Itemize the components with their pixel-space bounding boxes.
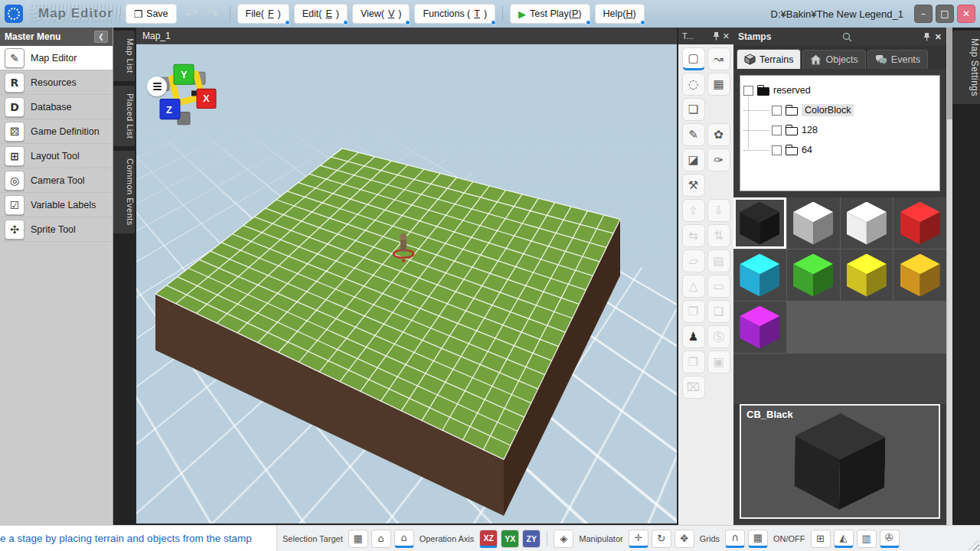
swatch-cb-purple[interactable] [733,302,786,353]
swatch-cb-gray[interactable] [787,197,840,249]
sidebar-item-resources[interactable]: RResources [0,70,113,95]
maximize-button[interactable]: □ [936,5,954,23]
grid-display-button[interactable]: ▦ [748,530,768,548]
axis-gizmo[interactable]: Y X Z [156,64,216,125]
select-lasso-tool-button[interactable]: ◌ [682,73,705,96]
sidebar-item-game-definition[interactable]: ⚄Game Definition [0,119,113,144]
trash-tool-button[interactable]: ⌧ [682,376,705,399]
sidebar-item-camera-tool[interactable]: ◎Camera Tool [0,168,113,193]
manip-move-button[interactable]: ✛ [629,530,648,548]
stack-tool-button[interactable]: ▤ [707,249,730,272]
tree-checkbox[interactable] [772,126,782,135]
sidebar-item-label: Database [31,102,72,112]
help-button[interactable]: Help(H) [595,4,645,24]
copy-tool-button[interactable]: ❒ [682,350,705,373]
tab-common-events[interactable]: Common Events [113,151,135,233]
stamp-mode-button[interactable]: ◈ [554,530,573,548]
close-button[interactable]: ✕ [957,5,975,23]
swatch-cb-red[interactable] [893,197,946,249]
eyedropper-tool-button[interactable]: ✑ [707,148,730,171]
slope-tool-button[interactable]: ▱ [682,249,705,272]
pen-tool-button[interactable]: ✎ [682,123,705,146]
toggle-layout-button[interactable]: ⊞ [811,530,831,548]
tree-checkbox[interactable] [772,106,782,116]
lower-terrain-tool-button[interactable]: ⇩ [707,199,730,222]
viewport-menu-button[interactable] [147,77,167,96]
redo-button[interactable]: ↷ [203,4,223,24]
axis-zy-button[interactable]: ZY [522,530,541,548]
swatch-cb-orange[interactable] [893,249,946,301]
tree-checkbox[interactable] [743,86,753,96]
triangle-slope-tool-button[interactable]: △ [682,275,705,298]
menu-view[interactable]: View(V) [352,4,410,24]
save-button[interactable]: ❒ Save [126,4,177,24]
viewport-tab[interactable]: Map_1 [136,28,677,44]
variable-labels-icon: ☑ [5,195,24,215]
target-all-button[interactable]: ▦ [348,530,368,548]
toggle-screenshot-button[interactable]: ✇ [880,530,900,548]
swatch-cb-green[interactable] [787,249,840,301]
eraser-tool-button[interactable]: ◪ [682,148,705,171]
resize-grip[interactable] [969,540,979,550]
pin-icon[interactable] [713,31,720,41]
pin-icon[interactable] [923,32,930,41]
round-block-tool-button[interactable]: ▭ [707,275,730,298]
select-blocks-tool-button[interactable]: ▦ [707,73,730,96]
snap-magnet-button[interactable]: ∩ [725,530,745,548]
tab-placed-list[interactable]: Placed List [113,86,135,146]
collapse-sidebar-button[interactable]: ❮ [94,31,108,43]
manip-rotate-button[interactable]: ↻ [652,530,671,548]
target-objects-button[interactable]: ⌂ [371,530,391,548]
tree-item-reserved[interactable]: reserved [743,80,936,100]
swatch-cb-cyan[interactable] [733,249,786,301]
manip-scale-button[interactable]: ✥ [675,530,694,548]
select-face-tool-button[interactable]: ❏ [682,98,705,121]
sidebar-item-layout-tool[interactable]: ⊞Layout Tool [0,144,113,168]
scene-3d[interactable]: Y X Z [136,44,677,523]
shovel-tool-button[interactable]: ⚒ [682,174,705,197]
undo-button[interactable]: ↶ [181,4,201,24]
flip-horizontal-tool-button[interactable]: ⇆ [682,224,705,247]
minimize-button[interactable]: – [914,5,933,23]
copy-forward-tool-button[interactable]: ❐ [682,300,705,323]
target-terrain-button[interactable]: ⌂ [394,530,414,548]
select-marquee-tool-button[interactable]: ▢ [682,47,705,70]
menu-edit[interactable]: Edit(E) [294,4,348,24]
swatch-cb-white[interactable] [841,197,893,249]
select-path-tool-button[interactable]: ↝ [707,47,730,70]
close-icon[interactable]: ✕ [935,32,942,42]
hidden-object-tool-button[interactable]: ♟ [682,325,705,348]
paste-tool-button[interactable]: ▣ [707,350,730,373]
search-icon[interactable] [842,32,852,42]
tree-checkbox[interactable] [772,145,782,155]
swatch-cb-yellow[interactable] [841,249,893,301]
tab-terrains[interactable]: Terrains [737,49,801,69]
tab-map-settings[interactable]: Map Settings [952,31,980,104]
stamps-scrollbar[interactable] [946,28,952,525]
sidebar-item-map-editor[interactable]: ✎Map Editor [0,46,113,70]
tree-item-128[interactable]: 128 [743,120,936,140]
close-icon[interactable]: ✕ [723,31,730,41]
toggle-terrain-button[interactable]: ◭ [834,530,854,548]
tree-item-ColorBlock[interactable]: ColorBlock [743,100,936,120]
rotate-vertical-tool-button[interactable]: ⇅ [707,224,730,247]
objects-house-icon [810,54,822,65]
coin-s-tool-button[interactable]: Ⓢ [707,325,730,348]
sidebar-item-sprite-tool[interactable]: ✣Sprite Tool [0,217,113,242]
menu-functions[interactable]: Functions (T) [414,4,495,24]
test-play-button[interactable]: ▶ Test Play(P) [510,4,590,24]
axis-yx-button[interactable]: YX [501,530,519,548]
swatch-cb-black[interactable] [733,197,786,249]
sidebar-item-database[interactable]: DDatabase [0,95,113,119]
axis-xz-button[interactable]: XZ [479,530,498,548]
menu-file[interactable]: File(F) [237,4,289,24]
tab-map-list[interactable]: Map List [113,31,135,81]
toggle-wireframe-button[interactable]: ▥ [857,530,877,548]
blob-brush-tool-button[interactable]: ✿ [707,123,730,146]
copy-backward-tool-button[interactable]: ❑ [707,300,730,323]
tab-objects[interactable]: Objects [802,50,865,69]
raise-terrain-tool-button[interactable]: ⇧ [682,199,705,222]
sidebar-item-variable-labels[interactable]: ☑Variable Labels [0,193,113,217]
tab-events[interactable]: Events [867,50,928,69]
tree-item-64[interactable]: 64 [743,140,936,160]
